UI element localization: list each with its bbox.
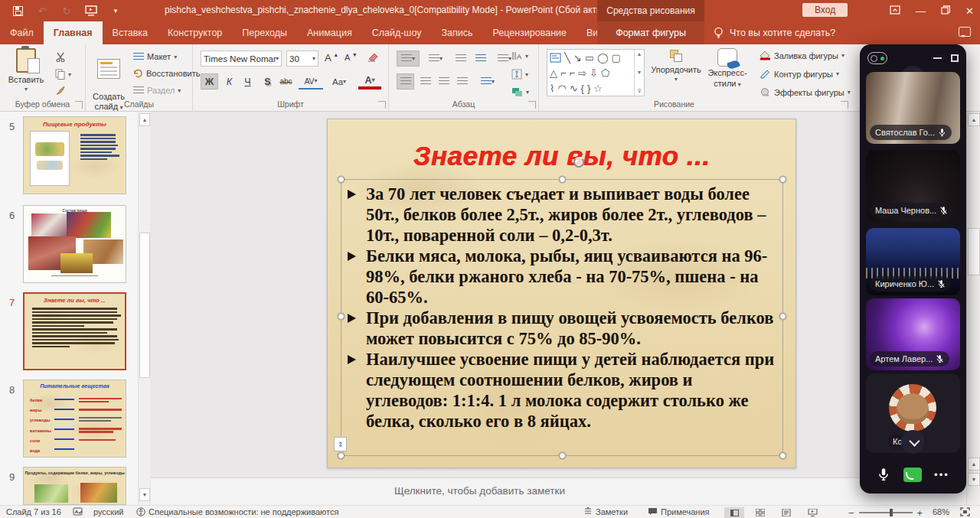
font-dialog-launcher[interactable]	[378, 101, 386, 109]
paste-button[interactable]: Вставить▾	[5, 48, 47, 93]
justify-button[interactable]	[453, 73, 471, 90]
previous-slide-icon[interactable]: ▲	[968, 458, 980, 471]
font-size-combo[interactable]: 30▾	[286, 50, 318, 67]
notes-placeholder[interactable]: Щелкните, чтобы добавить заметки	[394, 485, 565, 497]
reading-view-button[interactable]	[776, 507, 796, 518]
text-direction-button[interactable]: A▾	[511, 50, 528, 61]
next-slide-icon[interactable]: ▼	[968, 473, 980, 486]
resize-handle-top-left[interactable]	[338, 176, 345, 183]
align-left-button[interactable]	[397, 73, 414, 90]
zoom-slider[interactable]	[859, 512, 913, 513]
layout-button[interactable]: Макет▾	[133, 52, 177, 61]
participant-tile-2[interactable]: Маша Чернов...	[866, 150, 960, 222]
camera-on-icon[interactable]	[867, 52, 887, 64]
bold-button[interactable]: Ж	[201, 73, 218, 90]
shrink-font-button[interactable]: A▾	[345, 53, 356, 62]
tab-record[interactable]: Запись	[431, 21, 482, 44]
ribbon-display-options-icon[interactable]	[890, 5, 900, 17]
tell-me-search[interactable]: Что вы хотите сделать?	[714, 21, 835, 44]
microphone-button[interactable]	[877, 466, 890, 483]
zoom-out-button[interactable]: −	[848, 507, 854, 518]
clipboard-dialog-launcher[interactable]	[75, 101, 83, 109]
sign-in-button[interactable]: Вход	[802, 3, 848, 17]
tab-file[interactable]: Файл	[0, 21, 44, 44]
cut-button[interactable]	[55, 52, 66, 62]
thumb-scroll-down-icon[interactable]: ▼	[139, 488, 150, 501]
align-right-button[interactable]	[435, 73, 452, 90]
overlay-minimize-icon[interactable]	[933, 57, 942, 59]
zoom-slider-thumb[interactable]	[890, 509, 893, 516]
font-color-button[interactable]: А▾	[358, 73, 381, 90]
resize-handle-bottom-center[interactable]	[559, 452, 566, 459]
undo-icon[interactable]: ↶	[35, 4, 49, 18]
accessibility-status[interactable]: Специальные возможности: не поддерживают…	[136, 507, 338, 516]
overlay-expand-icon[interactable]	[951, 54, 959, 62]
quick-styles-button[interactable]: Экспресс-стили ▾	[703, 48, 752, 90]
thumb-scroll-up-icon[interactable]: ▲	[139, 113, 150, 126]
change-case-button[interactable]: Аа▾	[328, 73, 351, 90]
shapes-gallery-scroll[interactable]: ▲▼⊽	[634, 50, 644, 96]
restore-icon[interactable]	[941, 5, 950, 17]
editor-scroll-up-icon[interactable]: ▲	[968, 113, 980, 126]
align-center-button[interactable]	[416, 73, 434, 90]
feedback-comment-icon[interactable]	[959, 27, 971, 37]
customize-qat-caret-icon[interactable]: ▾	[109, 4, 122, 18]
editor-scroll-thumb[interactable]	[968, 228, 980, 275]
shape-outline-button[interactable]: Контур фигуры▾	[760, 69, 839, 79]
zoom-in-button[interactable]: +	[917, 507, 923, 518]
thumbnail-slide-6[interactable]: Состав пищи	[23, 205, 126, 283]
numbering-button[interactable]: ▾	[424, 50, 447, 67]
slideshow-view-button[interactable]	[802, 507, 822, 518]
italic-button[interactable]: К	[220, 73, 238, 90]
resize-handle-top-center[interactable]	[559, 176, 566, 183]
more-options-button[interactable]: •••	[934, 469, 949, 481]
bullet-item[interactable]: При добавления в пищу овощей усвояемость…	[346, 308, 778, 349]
columns-button[interactable]: ▾	[476, 73, 499, 90]
language-indicator[interactable]: русский	[93, 507, 123, 516]
resize-handle-bottom-left[interactable]	[338, 452, 345, 459]
increase-indent-button[interactable]	[472, 50, 489, 67]
autofit-options-button[interactable]: ⇕	[334, 437, 347, 451]
bullet-item[interactable]: За 70 лет человек съедает и выпивает вод…	[346, 184, 778, 246]
comments-toggle[interactable]: Примечания	[648, 507, 710, 516]
zoom-percentage[interactable]: 68%	[933, 507, 949, 516]
strikethrough-button[interactable]: abc	[277, 73, 295, 90]
participant-tile-4[interactable]: Артем Лавер...	[866, 298, 960, 370]
participant-tile-1[interactable]: Святослав Го...	[866, 72, 960, 144]
notes-pane[interactable]: Щелкните, чтобы добавить заметки	[151, 477, 966, 505]
tab-design[interactable]: Конструктор	[158, 21, 232, 44]
format-painter-button[interactable]	[55, 86, 66, 96]
tab-home[interactable]: Главная	[44, 21, 103, 44]
screen-share-active-button[interactable]	[903, 468, 922, 482]
scroll-participants-down-button[interactable]	[901, 430, 925, 454]
font-name-combo[interactable]: Times New Roman▾	[201, 50, 282, 67]
thumbnail-slide-8[interactable]: Питательные вещества белкижирыуглеводы в…	[23, 380, 126, 458]
normal-view-button[interactable]	[724, 507, 744, 518]
thumbnail-slide-9[interactable]: Продукты, содержащие белки, жиры, углево…	[23, 467, 126, 505]
slide-text-box-selected[interactable]: За 70 лет человек съедает и выпивает вод…	[341, 179, 783, 456]
thumb-scroll-thumb[interactable]	[139, 233, 150, 378]
resize-handle-mid-left[interactable]	[338, 313, 345, 320]
save-icon[interactable]	[11, 4, 24, 18]
decrease-indent-button[interactable]	[452, 50, 469, 67]
rotate-handle[interactable]	[573, 157, 584, 168]
close-icon[interactable]: ✕	[965, 5, 974, 17]
shape-effects-button[interactable]: Эффекты фигуры▾	[760, 87, 851, 97]
resize-handle-top-right[interactable]	[779, 176, 786, 183]
reset-button[interactable]: Восстановить	[133, 69, 200, 78]
start-slideshow-icon[interactable]	[84, 4, 98, 18]
underline-button[interactable]: Ч	[239, 73, 256, 90]
grow-font-button[interactable]: A▴	[325, 52, 338, 64]
tab-transitions[interactable]: Переходы	[232, 21, 297, 44]
paragraph-dialog-launcher[interactable]	[528, 101, 536, 109]
arrange-button[interactable]: Упорядочить▾	[651, 48, 701, 83]
slide-sorter-view-button[interactable]	[750, 507, 770, 518]
bullets-button[interactable]: ▾	[397, 50, 420, 67]
drawing-dialog-launcher[interactable]	[841, 101, 848, 109]
notes-toggle[interactable]: Заметки	[583, 507, 628, 516]
convert-smartart-button[interactable]: ▾	[511, 87, 529, 97]
text-shadow-button[interactable]: S	[259, 73, 276, 90]
tab-animations[interactable]: Анимация	[297, 21, 362, 44]
tab-insert[interactable]: Вставка	[103, 21, 158, 44]
align-text-button[interactable]: ▾	[511, 69, 528, 80]
